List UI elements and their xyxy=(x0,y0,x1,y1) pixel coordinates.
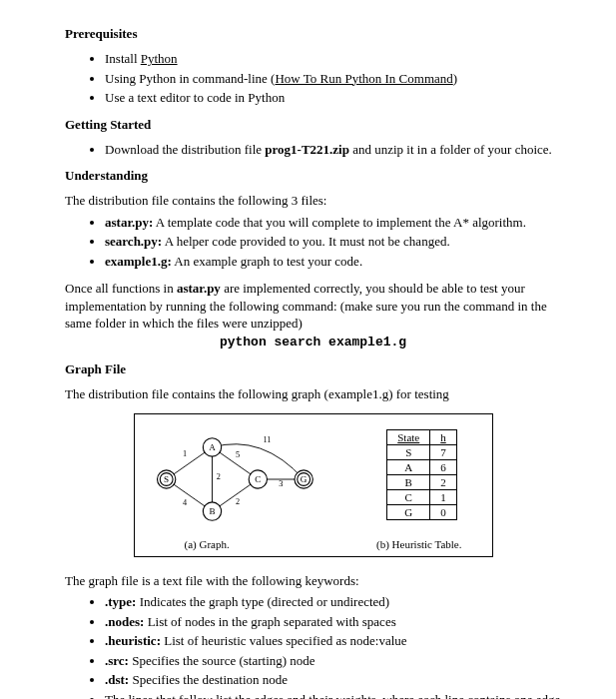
list-item: .nodes: List of nodes in the graph separ… xyxy=(105,613,561,631)
text: An example graph to test your code. xyxy=(172,254,362,269)
list-item: Using Python in command-line (How To Run… xyxy=(105,70,561,88)
graph-diagram: S A B C G 1 4 2 5 11 2 3 xyxy=(145,424,334,534)
keyword: .src: xyxy=(105,653,129,668)
svg-text:2: 2 xyxy=(216,472,220,481)
list-item: Download the distribution file prog1-T22… xyxy=(105,141,561,159)
heading-understanding: Understanding xyxy=(65,168,561,184)
svg-text:4: 4 xyxy=(182,497,186,506)
keyword: .heuristic: xyxy=(105,633,161,648)
svg-text:3: 3 xyxy=(279,479,283,488)
filename: prog1-T221.zip xyxy=(265,142,349,157)
text: A helper code provided to you. It must n… xyxy=(162,234,449,249)
th-h: h xyxy=(430,429,457,444)
paragraph: Once all functions in astar.py are imple… xyxy=(65,280,561,333)
svg-text:S: S xyxy=(164,473,169,483)
list-getting-started: Download the distribution file prog1-T22… xyxy=(65,141,561,159)
keyword: .dst: xyxy=(105,672,129,687)
text: Install xyxy=(105,51,141,66)
list-item: Use a text editor to code in Python xyxy=(105,89,561,107)
text: and unzip it in a folder of your choice. xyxy=(349,142,552,157)
list-item: .src: Specifies the source (starting) no… xyxy=(105,652,561,670)
th-state: State xyxy=(387,429,430,444)
document-page: Prerequisites Install Python Using Pytho… xyxy=(0,0,616,699)
svg-text:B: B xyxy=(209,505,215,515)
heading-prerequisites: Prerequisites xyxy=(65,26,561,42)
list-files: astar.py: A template code that you will … xyxy=(65,214,561,271)
list-keywords: .type: Indicates the graph type (directe… xyxy=(65,593,561,699)
filename: astar.py: xyxy=(105,215,153,230)
caption-b: (b) Heuristic Table. xyxy=(376,538,461,550)
list-item: .heuristic: List of heuristic values spe… xyxy=(105,632,561,650)
link-how-to-run[interactable]: How To Run Python In Command xyxy=(275,71,452,86)
svg-text:2: 2 xyxy=(236,496,240,505)
filename: example1.g: xyxy=(105,254,172,269)
list-item: search.py: A helper code provided to you… xyxy=(105,233,561,251)
heuristic-table: State h S7 A6 B2 C1 G0 xyxy=(362,429,482,520)
caption-a: (a) Graph. xyxy=(185,538,230,550)
list-prerequisites: Install Python Using Python in command-l… xyxy=(65,50,561,107)
list-item: Install Python xyxy=(105,50,561,68)
text: ) xyxy=(453,71,457,86)
keyword: .nodes: xyxy=(105,614,144,629)
list-item: .dst: Specifies the destination node xyxy=(105,671,561,689)
svg-text:11: 11 xyxy=(263,435,271,444)
heading-graph-file: Graph File xyxy=(65,361,561,377)
heading-getting-started: Getting Started xyxy=(65,117,561,133)
figure-box: S A B C G 1 4 2 5 11 2 3 xyxy=(134,413,493,557)
paragraph: The graph file is a text file with the f… xyxy=(65,572,561,590)
text: A template code that you will complete t… xyxy=(153,215,526,230)
list-item: .type: Indicates the graph type (directe… xyxy=(105,593,561,611)
list-item: astar.py: A template code that you will … xyxy=(105,214,561,232)
text: Using Python in command-line ( xyxy=(105,71,275,86)
table-row: B2 xyxy=(387,474,457,489)
list-item: example1.g: An example graph to test you… xyxy=(105,253,561,271)
link-python[interactable]: Python xyxy=(141,51,178,66)
text: Download the distribution file xyxy=(105,142,265,157)
text: Specifies the source (starting) node xyxy=(129,653,315,668)
table-row: S7 xyxy=(387,444,457,459)
table-row: A6 xyxy=(387,459,457,474)
filename: astar.py xyxy=(177,281,221,296)
text: Specifies the destination node xyxy=(129,672,288,687)
svg-text:5: 5 xyxy=(236,450,240,459)
svg-text:C: C xyxy=(255,473,261,483)
filename: search.py: xyxy=(105,234,162,249)
svg-text:G: G xyxy=(300,473,307,483)
text: Indicates the graph type (directed or un… xyxy=(136,594,389,609)
svg-text:1: 1 xyxy=(182,449,186,458)
keyword: .type: xyxy=(105,594,136,609)
text: List of nodes in the graph separated wit… xyxy=(144,614,395,629)
table-row: C1 xyxy=(387,489,457,504)
table-row: G0 xyxy=(387,504,457,519)
paragraph: The distribution file contains the follo… xyxy=(65,192,561,210)
command-line: python search example1.g xyxy=(65,335,561,350)
paragraph: The distribution file contains the follo… xyxy=(65,385,561,403)
text: List of heuristic values specified as no… xyxy=(161,633,407,648)
text: Once all functions in xyxy=(65,281,177,296)
list-item: The lines that follow list the edges and… xyxy=(105,691,561,699)
svg-text:A: A xyxy=(209,441,216,451)
